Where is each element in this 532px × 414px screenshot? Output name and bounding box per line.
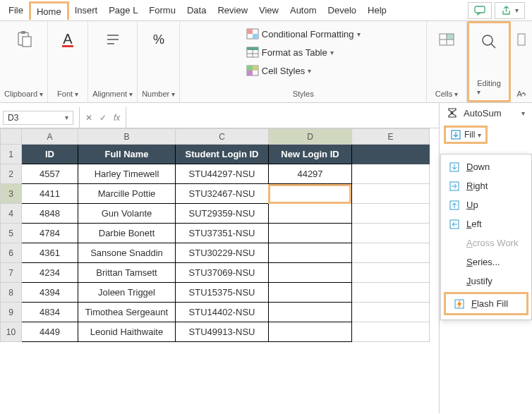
cell[interactable]: 4784 — [22, 224, 78, 243]
cell[interactable] — [269, 303, 352, 322]
cell[interactable]: Brittan Tamsett — [78, 263, 176, 283]
share-button[interactable]: ▾ — [495, 2, 525, 19]
format-as-table-button[interactable]: Format as Table ▾ — [243, 45, 337, 59]
flash-fill-item[interactable]: Flash Fill — [444, 292, 528, 315]
cell[interactable]: Joleen Triggel — [78, 283, 176, 303]
cell[interactable]: 4394 — [22, 283, 78, 303]
row-header-7[interactable]: 7 — [1, 263, 22, 283]
cell[interactable]: 44297 — [269, 164, 352, 184]
col-header-b[interactable]: B — [78, 129, 176, 145]
row-header-2[interactable]: 2 — [1, 164, 22, 184]
fill-right-item[interactable]: Right — [441, 176, 531, 195]
tab-data[interactable]: Data — [181, 2, 212, 18]
comments-button[interactable] — [468, 2, 492, 19]
fill-down-item[interactable]: Down — [441, 157, 531, 176]
cell[interactable] — [269, 204, 352, 224]
cell[interactable]: 4449 — [22, 322, 78, 342]
col-header-e[interactable]: E — [352, 129, 430, 145]
cell[interactable]: 4361 — [22, 243, 78, 263]
cell[interactable]: STU37351-NSU — [176, 224, 269, 243]
cell[interactable]: Darbie Bonett — [78, 224, 176, 243]
cell[interactable] — [352, 184, 430, 204]
cell[interactable]: Student Login ID — [176, 145, 269, 164]
row-header-8[interactable]: 8 — [1, 283, 22, 303]
clipboard-button[interactable] — [8, 27, 40, 52]
cell[interactable]: Timothea Sergeaunt — [78, 303, 176, 322]
cell[interactable]: STU14402-NSU — [176, 303, 269, 322]
row-header-6[interactable]: 6 — [1, 243, 22, 263]
tab-review[interactable]: Review — [212, 2, 253, 18]
tab-help[interactable]: Help — [362, 2, 392, 18]
row-header-3[interactable]: 3 — [1, 184, 22, 204]
tab-developer[interactable]: Develo — [322, 2, 362, 18]
alignment-button[interactable] — [97, 27, 128, 52]
cell[interactable]: STU30229-NSU — [176, 243, 269, 263]
cell[interactable]: STU44297-NSU — [176, 164, 269, 184]
cell[interactable] — [269, 263, 352, 283]
cell[interactable]: Marcille Pottie — [78, 184, 176, 204]
cell[interactable]: 4234 — [22, 263, 78, 283]
cell[interactable]: STU15375-NSU — [176, 283, 269, 303]
cell[interactable] — [352, 204, 430, 224]
col-header-c[interactable]: C — [176, 129, 269, 145]
cell[interactable]: Sansone Snaddin — [78, 243, 176, 263]
tab-file[interactable]: File — [3, 2, 29, 18]
number-button[interactable]: % — [143, 27, 174, 52]
name-box[interactable]: D3 ▾ — [3, 111, 73, 125]
tab-formulas[interactable]: Formu — [143, 2, 181, 18]
fill-button[interactable]: Fill ▾ — [444, 126, 488, 144]
collapse-ribbon-icon[interactable]: ⌃ — [519, 90, 528, 102]
cell[interactable]: Leonid Haithwaite — [78, 322, 176, 342]
cell[interactable]: SUT29359-NSU — [176, 204, 269, 224]
cell[interactable]: STU32467-NSU — [176, 184, 269, 204]
cell[interactable] — [269, 184, 352, 204]
cell[interactable] — [352, 243, 430, 263]
cancel-icon[interactable]: ✕ — [85, 113, 92, 123]
row-header-4[interactable]: 4 — [1, 204, 22, 224]
cell[interactable] — [352, 224, 430, 243]
cell[interactable] — [352, 303, 430, 322]
cell[interactable] — [269, 322, 352, 342]
fill-series-item[interactable]: Series... — [441, 252, 531, 272]
fill-left-item[interactable]: Left — [441, 214, 531, 233]
select-all-corner[interactable] — [1, 129, 22, 145]
tab-home[interactable]: Home — [29, 1, 69, 20]
cell[interactable]: Full Name — [78, 145, 176, 164]
cell[interactable] — [352, 164, 430, 184]
font-button[interactable]: A — [52, 27, 83, 52]
row-header-1[interactable]: 1 — [1, 145, 22, 164]
cell[interactable]: ID — [22, 145, 78, 164]
cell[interactable]: New Login ID — [269, 145, 352, 164]
editing-button[interactable] — [473, 29, 504, 54]
enter-icon[interactable]: ✓ — [99, 113, 107, 123]
row-header-10[interactable]: 10 — [1, 322, 22, 342]
cell[interactable] — [352, 263, 430, 283]
col-header-d[interactable]: D — [269, 129, 352, 145]
cell-styles-button[interactable]: Cell Styles ▾ — [243, 63, 314, 78]
tab-automate[interactable]: Autom — [284, 2, 322, 18]
col-header-a[interactable]: A — [22, 129, 78, 145]
cell[interactable]: Harley Timewell — [78, 164, 176, 184]
row-header-9[interactable]: 9 — [1, 303, 22, 322]
cell[interactable]: 4834 — [22, 303, 78, 322]
cell[interactable]: STU49913-NSU — [176, 322, 269, 342]
cell[interactable] — [269, 283, 352, 303]
tab-view[interactable]: View — [253, 2, 284, 18]
cell[interactable]: 4557 — [22, 164, 78, 184]
cell[interactable]: Gun Volante — [78, 204, 176, 224]
tab-page-layout[interactable]: Page L — [103, 2, 143, 18]
tab-insert[interactable]: Insert — [69, 2, 104, 18]
cell[interactable] — [352, 145, 430, 164]
overflow-button[interactable] — [515, 27, 528, 52]
cell[interactable]: 4848 — [22, 204, 78, 224]
cell[interactable] — [352, 322, 430, 342]
cell[interactable] — [269, 224, 352, 243]
cell[interactable]: STU37069-NSU — [176, 263, 269, 283]
cell[interactable] — [269, 243, 352, 263]
autosum-button[interactable]: AutoSum ▾ — [440, 103, 532, 123]
row-header-5[interactable]: 5 — [1, 224, 22, 243]
fill-up-item[interactable]: Up — [441, 195, 531, 214]
conditional-formatting-button[interactable]: Conditional Formatting ▾ — [243, 27, 363, 41]
fx-icon[interactable]: fx — [114, 113, 120, 123]
cell[interactable] — [352, 283, 430, 303]
